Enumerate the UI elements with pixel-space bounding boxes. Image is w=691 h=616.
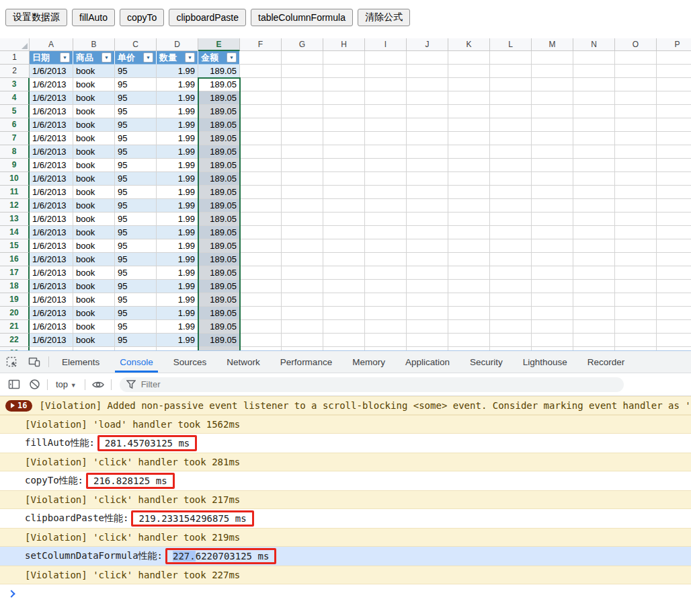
cell-G19[interactable] [282,293,323,307]
console-sidebar-icon[interactable] [4,376,24,393]
cell-I9[interactable] [365,159,407,172]
cell-C19[interactable]: 95 [115,293,157,307]
row-header-5[interactable]: 5 [0,105,30,118]
row-header-3[interactable]: 3 [0,78,30,91]
row-header-7[interactable]: 7 [0,132,30,145]
cell-H9[interactable] [323,159,365,172]
cell-O16[interactable] [615,253,657,266]
cell-K11[interactable] [448,186,490,199]
column-header-A[interactable]: A [30,38,73,51]
cell-I7[interactable] [365,132,407,145]
cell-L21[interactable] [490,320,532,334]
cell-M14[interactable] [532,226,573,239]
cell-P10[interactable] [657,172,691,186]
row-header-15[interactable]: 15 [0,239,30,253]
row-header-6[interactable]: 6 [0,118,30,132]
cell-J16[interactable] [407,253,448,266]
cell-K7[interactable] [448,132,490,145]
cell-N1[interactable] [573,51,615,65]
device-toolbar-icon[interactable] [23,351,46,373]
column-header-E[interactable]: E [198,38,240,51]
cell-L9[interactable] [490,159,532,172]
cell-H3[interactable] [323,78,365,91]
cell-K3[interactable] [448,78,490,91]
cell-E3[interactable]: 189.05 [198,78,240,91]
cell-K22[interactable] [448,334,490,347]
cell-B2[interactable]: book [73,65,115,78]
cell-E1[interactable]: 金额▼ [198,51,240,65]
tab-network[interactable]: Network [216,351,270,373]
cell-M2[interactable] [532,65,573,78]
cell-H20[interactable] [323,307,365,320]
row-header-19[interactable]: 19 [0,293,30,307]
cell-G10[interactable] [282,172,323,186]
cell-K10[interactable] [448,172,490,186]
cell-H12[interactable] [323,199,365,213]
cell-D23[interactable]: 1.99 [157,347,198,350]
cell-B11[interactable]: book [73,186,115,199]
column-header-N[interactable]: N [573,38,615,51]
cell-B21[interactable]: book [73,320,115,334]
cell-C11[interactable]: 95 [115,186,157,199]
cell-N3[interactable] [573,78,615,91]
cell-L18[interactable] [490,280,532,293]
cell-A5[interactable]: 1/6/2013 [30,105,73,118]
cell-F9[interactable] [240,159,282,172]
cell-I6[interactable] [365,118,407,132]
violation-count-badge[interactable]: 16 [5,400,32,412]
cell-L17[interactable] [490,266,532,280]
cell-N5[interactable] [573,105,615,118]
cell-A12[interactable]: 1/6/2013 [30,199,73,213]
cell-D15[interactable]: 1.99 [157,239,198,253]
cell-E19[interactable]: 189.05 [198,293,240,307]
cell-E2[interactable]: 189.05 [198,65,240,78]
cell-F17[interactable] [240,266,282,280]
cell-M6[interactable] [532,118,573,132]
toolbar-button-4[interactable]: clipboardPaste [169,9,246,26]
cell-G15[interactable] [282,239,323,253]
cell-E11[interactable]: 189.05 [198,186,240,199]
cell-O1[interactable] [615,51,657,65]
tab-recorder[interactable]: Recorder [577,351,635,373]
cell-K18[interactable] [448,280,490,293]
cell-O12[interactable] [615,199,657,213]
cell-P5[interactable] [657,105,691,118]
cell-F22[interactable] [240,334,282,347]
cell-L15[interactable] [490,239,532,253]
cell-C3[interactable]: 95 [115,78,157,91]
cell-K15[interactable] [448,239,490,253]
cell-O3[interactable] [615,78,657,91]
cell-L4[interactable] [490,91,532,105]
cell-B12[interactable]: book [73,199,115,213]
cell-O9[interactable] [615,159,657,172]
cell-P2[interactable] [657,65,691,78]
cell-G4[interactable] [282,91,323,105]
cell-B6[interactable]: book [73,118,115,132]
cell-E7[interactable]: 189.05 [198,132,240,145]
cell-M15[interactable] [532,239,573,253]
cell-H4[interactable] [323,91,365,105]
cell-C18[interactable]: 95 [115,280,157,293]
cell-H22[interactable] [323,334,365,347]
cell-N15[interactable] [573,239,615,253]
cell-P16[interactable] [657,253,691,266]
cell-P6[interactable] [657,118,691,132]
cell-O22[interactable] [615,334,657,347]
cell-C12[interactable]: 95 [115,199,157,213]
cell-C1[interactable]: 单价▼ [115,51,157,65]
cell-D5[interactable]: 1.99 [157,105,198,118]
filter-button-E1[interactable]: ▼ [227,52,237,63]
cell-M22[interactable] [532,334,573,347]
cell-I23[interactable] [365,347,407,350]
cell-D1[interactable]: 数量▼ [157,51,198,65]
cell-C21[interactable]: 95 [115,320,157,334]
cell-C9[interactable]: 95 [115,159,157,172]
cell-O17[interactable] [615,266,657,280]
cell-N8[interactable] [573,145,615,159]
column-header-D[interactable]: D [157,38,198,51]
cell-P17[interactable] [657,266,691,280]
cell-J23[interactable] [407,347,448,350]
cell-D7[interactable]: 1.99 [157,132,198,145]
row-header-16[interactable]: 16 [0,253,30,266]
cell-I3[interactable] [365,78,407,91]
